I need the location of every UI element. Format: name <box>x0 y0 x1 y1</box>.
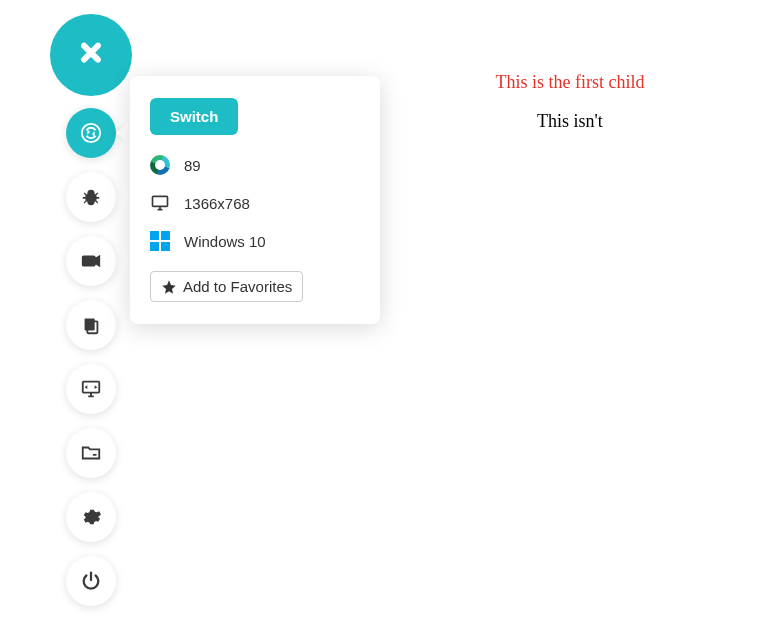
devtools-tool[interactable] <box>66 364 116 414</box>
star-icon <box>161 279 177 295</box>
files-tool[interactable] <box>66 428 116 478</box>
svg-point-0 <box>82 124 100 142</box>
os-row: Windows 10 <box>150 231 360 251</box>
video-tool[interactable] <box>66 236 116 286</box>
resolution-value: 1366x768 <box>184 195 250 212</box>
second-text: This isn't <box>380 111 760 132</box>
session-info-list: 89 1366x768 Windows 10 <box>150 155 360 251</box>
windows-icon <box>150 231 170 251</box>
bug-tool[interactable] <box>66 172 116 222</box>
svg-rect-4 <box>153 196 168 206</box>
switch-icon <box>80 122 102 144</box>
power-icon <box>80 570 102 592</box>
devtools-icon <box>80 378 102 400</box>
power-tool[interactable] <box>66 556 116 606</box>
resolution-row: 1366x768 <box>150 193 360 213</box>
switch-session-tool[interactable] <box>66 108 116 158</box>
settings-tool[interactable] <box>66 492 116 542</box>
add-favorite-label: Add to Favorites <box>183 278 292 295</box>
browser-version: 89 <box>184 157 201 174</box>
session-panel: Switch 89 1366x768 Windows 10 Add to Fav… <box>130 76 380 324</box>
browser-row: 89 <box>150 155 360 175</box>
copy-tool[interactable] <box>66 300 116 350</box>
os-value: Windows 10 <box>184 233 266 250</box>
folder-icon <box>80 442 102 464</box>
edge-icon <box>150 155 170 175</box>
add-favorite-button[interactable]: Add to Favorites <box>150 271 303 302</box>
close-icon <box>77 41 105 69</box>
svg-rect-1 <box>85 319 95 331</box>
copy-icon <box>80 314 102 336</box>
switch-button[interactable]: Switch <box>150 98 238 135</box>
bug-icon <box>80 186 102 208</box>
monitor-icon <box>150 193 170 213</box>
close-button[interactable] <box>50 14 132 96</box>
first-child-text: This is the first child <box>380 72 760 93</box>
video-icon <box>80 250 102 272</box>
sidebar-toolbar <box>66 108 116 606</box>
gear-icon <box>80 506 102 528</box>
page-content: This is the first child This isn't <box>380 72 760 132</box>
